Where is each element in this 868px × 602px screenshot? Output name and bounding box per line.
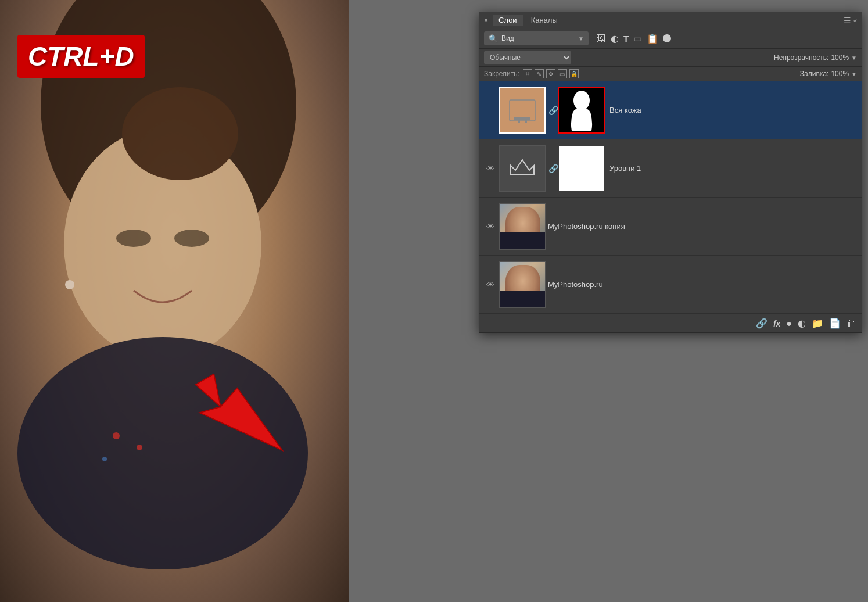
panel-tabs: Слои Каналы xyxy=(493,15,844,26)
layer-name-copy: MyPhotoshop.ru копия xyxy=(548,222,857,231)
layer-link-icon-vsia-kozha[interactable]: 🔗 xyxy=(548,106,558,115)
layer-eye-copy[interactable]: 👁 xyxy=(484,222,497,231)
fx-button[interactable]: fx xyxy=(773,319,780,328)
add-mask-button[interactable]: ● xyxy=(786,318,792,329)
lock-artboard-icon[interactable]: ▭ xyxy=(558,69,567,78)
opacity-dropdown-arrow[interactable]: ▼ xyxy=(851,55,857,61)
tab-layers[interactable]: Слои xyxy=(493,15,523,26)
transform-icon[interactable]: ▭ xyxy=(633,33,642,44)
toolbar-row2: Обычные Непрозрачность: 100% ▼ xyxy=(479,49,862,67)
fill-group: Заливка: 100% ▼ xyxy=(800,70,857,78)
layer-mask-vsia-kozha xyxy=(558,87,605,134)
svg-rect-12 xyxy=(514,117,530,120)
search-icon: 🔍 xyxy=(489,34,498,43)
white-mask-content xyxy=(559,146,604,191)
blend-mode-dropdown[interactable]: Обычные xyxy=(484,51,571,64)
layers-panel: × Слои Каналы ☰ « 🔍 Вид ▼ 🖼 ◐ T ▭ 📋 xyxy=(479,12,862,333)
layer-eye-vsia-kozha[interactable]: 👁 xyxy=(484,106,497,115)
image-icon[interactable]: 🖼 xyxy=(597,33,606,44)
opacity-group: Непрозрачность: 100% ▼ xyxy=(774,53,857,62)
panel-footer: 🔗 fx ● ◐ 📁 📄 🗑 xyxy=(479,314,862,332)
adjustment-icon[interactable]: ◐ xyxy=(611,33,619,44)
toolbar-row1: 🔍 Вид ▼ 🖼 ◐ T ▭ 📋 xyxy=(479,28,862,49)
toolbar-icons-group: 🖼 ◐ T ▭ 📋 xyxy=(597,33,671,44)
tab-channels[interactable]: Каналы xyxy=(525,15,564,26)
svg-point-4 xyxy=(122,87,238,180)
view-dropdown-text: Вид xyxy=(501,34,575,42)
chevron-down-icon: ▼ xyxy=(578,35,584,42)
fill-label: Заливка: xyxy=(800,70,829,78)
layer-mask-levels xyxy=(558,145,605,192)
smart-object-icon[interactable]: 📋 xyxy=(647,33,658,44)
view-dropdown[interactable]: 🔍 Вид ▼ xyxy=(484,31,589,45)
layer-name-levels: Уровни 1 xyxy=(609,164,857,173)
new-layer-button[interactable]: 📄 xyxy=(829,318,841,329)
svg-point-7 xyxy=(65,280,74,289)
levels-thumb-content xyxy=(500,146,545,191)
layer-row-levels[interactable]: 👁 🔗 Уровни 1 xyxy=(479,139,862,198)
delete-layer-button[interactable]: 🗑 xyxy=(847,318,856,329)
photo-thumb-content xyxy=(500,262,545,307)
layer-thumb-copy xyxy=(499,203,546,250)
lock-label: Закрепить: xyxy=(484,70,519,78)
panel-collapse-button[interactable]: « xyxy=(853,17,857,24)
adjustment-layer-button[interactable]: ◐ xyxy=(798,318,806,329)
type-icon[interactable]: T xyxy=(623,34,629,44)
layer-eye-myphotoshop[interactable]: 👁 xyxy=(484,280,497,289)
lock-icons-group: ⌗ ✎ ✥ ▭ 🔒 xyxy=(523,69,579,78)
group-layers-button[interactable]: 📁 xyxy=(812,318,823,329)
layer-eye-levels[interactable]: 👁 xyxy=(484,164,497,173)
layer-row-vsia-kozha[interactable]: 👁 🔗 xyxy=(479,81,862,139)
svg-rect-14 xyxy=(525,120,527,123)
photo-area xyxy=(0,0,349,602)
color-icon[interactable] xyxy=(663,34,671,42)
svg-point-9 xyxy=(137,445,142,450)
photo-thumb-copy-content xyxy=(500,204,545,249)
layer-name-myphotoshop: MyPhotoshop.ru xyxy=(548,280,857,289)
fill-value[interactable]: 100% xyxy=(831,70,849,78)
svg-point-10 xyxy=(102,457,107,461)
keyboard-shortcut-label: CTRL+D xyxy=(17,35,145,78)
layer-thumb-levels xyxy=(499,145,546,192)
layer-row-myphotoshop-copy[interactable]: 👁 MyPhotoshop.ru копия xyxy=(479,198,862,256)
panel-close-button[interactable]: × xyxy=(484,16,488,24)
svg-point-5 xyxy=(116,230,151,247)
layers-list: 👁 🔗 xyxy=(479,81,862,314)
layer-thumb-myphotoshop xyxy=(499,261,546,308)
opacity-label: Непрозрачность: xyxy=(774,53,828,62)
lock-all-icon[interactable]: 🔒 xyxy=(569,69,579,78)
svg-point-8 xyxy=(113,432,120,439)
layer-name-vsia-kozha: Вся кожа xyxy=(609,106,857,114)
arrow-indicator xyxy=(174,370,290,486)
panel-menu-icon[interactable]: ☰ xyxy=(844,16,851,25)
toolbar-row3: Закрепить: ⌗ ✎ ✥ ▭ 🔒 Заливка: 100% ▼ xyxy=(479,67,862,81)
link-layers-button[interactable]: 🔗 xyxy=(756,318,767,329)
svg-rect-13 xyxy=(518,120,520,123)
silhouette-content xyxy=(559,88,604,132)
svg-point-15 xyxy=(573,91,590,110)
lock-transparency-icon[interactable]: ⌗ xyxy=(523,69,532,78)
lock-paint-icon[interactable]: ✎ xyxy=(535,69,544,78)
layer-thumb-vsia-kozha xyxy=(499,87,546,134)
layer-row-myphotoshop[interactable]: 👁 MyPhotoshop.ru xyxy=(479,256,862,314)
opacity-value[interactable]: 100% xyxy=(831,53,849,62)
svg-point-6 xyxy=(174,230,209,247)
panel-header: × Слои Каналы ☰ « xyxy=(479,12,862,28)
fill-dropdown-arrow[interactable]: ▼ xyxy=(851,71,857,77)
layer-link-icon-levels[interactable]: 🔗 xyxy=(548,164,558,173)
skin-thumb-content xyxy=(500,88,544,132)
lock-move-icon[interactable]: ✥ xyxy=(546,69,555,78)
